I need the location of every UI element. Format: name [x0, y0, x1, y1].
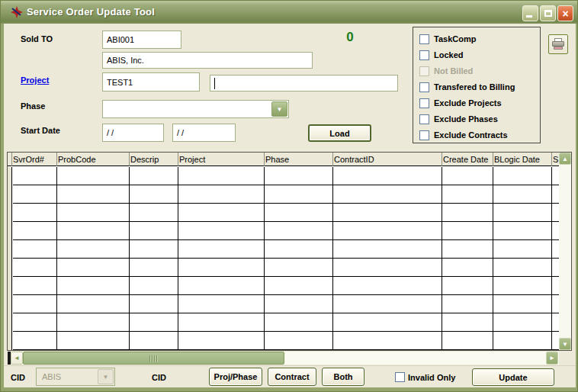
table-row[interactable]	[13, 277, 559, 295]
phase-label: Phase	[21, 101, 45, 111]
checkbox-icon	[419, 66, 429, 76]
column-header-probcode[interactable]: ProbCode	[58, 155, 96, 164]
project-link[interactable]: Project	[21, 76, 49, 85]
checkbox-icon[interactable]	[419, 98, 429, 108]
cid-combobox: ABIS ▼	[36, 368, 115, 386]
printer-icon	[552, 38, 564, 50]
column-header-blogicdate[interactable]: BLogic Date	[494, 155, 540, 164]
grid-column-line	[178, 167, 178, 350]
checkbox-icon[interactable]	[419, 114, 429, 124]
cid-value: ABIS	[42, 372, 61, 381]
record-count: 0	[339, 30, 361, 45]
checkbox-exclude-contracts[interactable]: Exclude Contracts	[419, 130, 508, 140]
table-row[interactable]	[13, 259, 559, 277]
close-icon: ×	[562, 8, 568, 20]
app-icon	[11, 6, 23, 18]
table-row[interactable]	[13, 313, 559, 332]
grid-column-line	[56, 167, 57, 350]
grid-body[interactable]	[13, 167, 559, 350]
checkbox-taskcomp[interactable]: TaskComp	[419, 34, 476, 44]
footer-divider	[4, 365, 576, 366]
thumb-grip-icon	[149, 355, 159, 362]
close-button[interactable]: ×	[557, 5, 573, 21]
scroll-left-button[interactable]: ◄	[11, 352, 23, 365]
row-selector-column	[8, 167, 12, 350]
load-button[interactable]: Load	[308, 124, 371, 142]
cid-label-2: CID	[152, 373, 166, 382]
header-separator	[551, 153, 552, 166]
grid-column-line	[493, 167, 493, 350]
checkbox-not-billed: Not Billed	[419, 66, 473, 76]
title-bar: Service Order Update Tool ×	[1, 1, 578, 24]
header-separator	[332, 153, 333, 166]
header-separator	[493, 153, 493, 166]
grid-column-line	[264, 167, 265, 350]
phase-combobox[interactable]: ▼	[102, 100, 289, 118]
column-header-phase[interactable]: Phase	[265, 155, 289, 164]
print-button[interactable]	[548, 34, 568, 54]
table-row[interactable]	[13, 295, 559, 313]
checkbox-locked[interactable]: Locked	[419, 50, 464, 60]
column-header-createdate[interactable]: Create Date	[443, 155, 488, 164]
column-header-contractid[interactable]: ContractID	[334, 155, 374, 164]
sold-to-name-input[interactable]: ABIS, Inc.	[102, 52, 313, 69]
table-row[interactable]	[13, 185, 559, 204]
header-separator	[129, 153, 130, 166]
chevron-down-icon[interactable]: ▼	[271, 101, 287, 117]
checkbox-exclude-projects[interactable]: Exclude Projects	[419, 98, 502, 108]
sold-to-code-input[interactable]: ABI001	[102, 31, 181, 49]
minimize-button[interactable]	[522, 5, 538, 21]
column-header-s[interactable]: S	[553, 155, 558, 164]
arrow-left-icon: ◄	[14, 355, 20, 361]
scroll-down-button[interactable]: ▼	[559, 338, 571, 350]
project-name-input[interactable]	[210, 75, 398, 92]
maximize-icon	[544, 10, 552, 17]
checkbox-icon[interactable]	[419, 50, 429, 60]
header-separator	[11, 153, 12, 166]
scroll-right-button[interactable]: ►	[546, 352, 558, 365]
project-code-input[interactable]: TEST1	[102, 72, 200, 92]
checkbox-icon[interactable]	[419, 82, 429, 92]
checkbox-icon[interactable]	[419, 130, 429, 140]
vertical-scrollbar[interactable]	[559, 153, 571, 350]
arrow-up-icon: ▲	[562, 156, 568, 162]
app-window: Service Order Update Tool × Sold TO Proj…	[0, 0, 578, 392]
both-button[interactable]: Both	[322, 368, 364, 386]
table-row[interactable]	[13, 332, 559, 350]
invalid-only-label: Invalid Only	[408, 373, 455, 382]
minimize-icon	[526, 15, 532, 18]
start-date-from-input[interactable]: / /	[102, 124, 164, 142]
table-row[interactable]	[13, 167, 559, 185]
column-header-project[interactable]: Project	[179, 155, 205, 164]
scrollbar-thumb[interactable]	[23, 352, 284, 365]
start-date-to-input[interactable]: / /	[172, 124, 236, 142]
invalid-only-checkbox[interactable]	[395, 372, 405, 382]
table-row[interactable]	[13, 240, 559, 259]
contract-button[interactable]: Contract	[268, 368, 316, 386]
window-title: Service Order Update Tool	[27, 6, 155, 18]
checkbox-exclude-phases[interactable]: Exclude Phases	[419, 114, 498, 124]
scroll-up-button[interactable]: ▲	[559, 153, 571, 165]
grid-column-line	[129, 167, 130, 350]
filter-group: TaskComp Locked Not Billed Transfered to…	[413, 27, 541, 143]
column-header-svrord[interactable]: SvrOrd#	[13, 155, 44, 164]
checkbox-transfered-to-billing[interactable]: Transfered to Billing	[419, 82, 515, 92]
header-separator	[264, 153, 265, 166]
proj-phase-button[interactable]: Proj/Phase	[209, 368, 262, 386]
table-row[interactable]	[13, 222, 559, 240]
grid-column-line	[332, 167, 333, 350]
update-button[interactable]: Update	[472, 368, 554, 386]
column-header-descrip[interactable]: Descrip	[130, 155, 159, 164]
arrow-right-icon: ►	[549, 355, 555, 361]
arrow-down-icon: ▼	[562, 341, 568, 348]
start-date-label: Start Date	[21, 126, 60, 135]
table-row[interactable]	[13, 204, 559, 222]
header-separator	[442, 153, 442, 166]
header-separator	[178, 153, 178, 166]
cid-label: CID	[11, 373, 25, 382]
sold-to-label: Sold TO	[21, 34, 53, 43]
grid-column-line	[442, 167, 442, 350]
checkbox-icon[interactable]	[419, 34, 429, 44]
maximize-button[interactable]	[540, 5, 556, 21]
grid-column-line	[551, 167, 552, 350]
